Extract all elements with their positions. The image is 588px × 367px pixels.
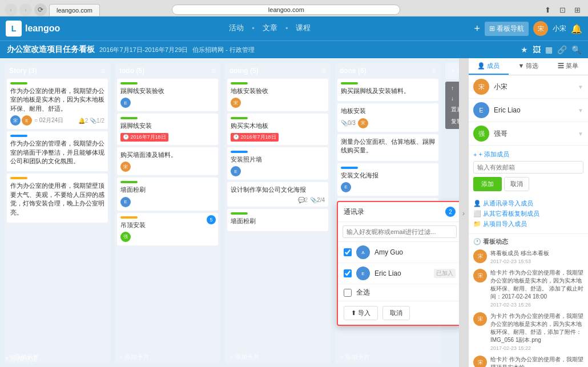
table-row[interactable]: 购买实木地板 🕐 2016年7月18日 bbox=[227, 114, 328, 144]
table-row[interactable]: 设计制作享知公司文化海报 💬2 📎2/4 bbox=[227, 182, 328, 206]
nav-activity[interactable]: 活动 bbox=[223, 21, 249, 37]
add-card-todo[interactable]: + 添加卡片 bbox=[115, 350, 220, 364]
table-row[interactable]: 测量办公室面积、估算地板、踢脚线购买量。 bbox=[337, 134, 438, 161]
member-item-xiaosong[interactable]: 宋 小宋 ▼ bbox=[469, 75, 588, 99]
table-row[interactable]: 安装照片墙 E bbox=[227, 147, 328, 180]
new-tab-btn[interactable]: ⊡ bbox=[557, 4, 569, 15]
add-member-input[interactable] bbox=[473, 161, 583, 174]
table-row[interactable]: 作为办公室的使用者，我期望办公室的地板是实木的，因为实木地板环保、耐用、舒适。 … bbox=[7, 79, 108, 129]
activity-item-1: 宋 将看板成员 移出本看板 2017-02-23 15:53 bbox=[473, 249, 583, 264]
plus-button[interactable]: + bbox=[474, 23, 480, 35]
board-area: Story (3) ≡ 作为办公室的使用者，我期望办公室的地板是实木的，因为实木… bbox=[0, 58, 459, 367]
add-swimlane-label[interactable]: + 添加泳道 bbox=[5, 354, 38, 362]
member-name-xiaosong: 小宋 bbox=[494, 82, 573, 92]
activity-text-4: 给卡片 作为办公室的使用者，我期望壁顶是实木的。 bbox=[490, 356, 583, 367]
column-done-menu[interactable]: ≡ bbox=[432, 66, 436, 75]
avatar: 宋 bbox=[358, 118, 368, 128]
popup-search-input[interactable] bbox=[343, 225, 457, 238]
tab-menu[interactable]: ☰ 菜单 bbox=[548, 58, 588, 75]
sidebar-toggle[interactable]: › bbox=[459, 58, 468, 367]
table-row[interactable]: 踢脚线安装验收 E bbox=[117, 79, 218, 111]
member-avatar-xiaosong: 宋 bbox=[473, 79, 489, 95]
table-row[interactable]: 墙面粉刷 E bbox=[117, 178, 218, 210]
table-icon[interactable]: ▦ bbox=[545, 45, 553, 54]
add-swimlane[interactable]: + 添加泳道 bbox=[5, 354, 38, 364]
forward-btn[interactable]: › bbox=[19, 3, 32, 16]
add-card-doing[interactable]: + 添加卡片 bbox=[225, 350, 331, 364]
back-btn[interactable]: ‹ bbox=[5, 3, 17, 16]
import-button[interactable]: ⬆ 导入 bbox=[344, 306, 378, 320]
fullscreen-btn[interactable]: ⊞ bbox=[572, 4, 583, 15]
card-footer: 📎0/3 宋 bbox=[341, 118, 435, 128]
sidebar-content: 宋 小宋 ▼ E Eric Liao ▼ 强 强哥 ▼ + + 添加成员 bbox=[469, 75, 588, 367]
user-avatar[interactable]: 宋 bbox=[533, 21, 548, 36]
image-icon[interactable]: 🖼 bbox=[533, 45, 541, 54]
activity-label: 🕐 看板动态 bbox=[473, 237, 583, 246]
table-row[interactable]: 踢脚线安装 🕐 2016年7月18日 bbox=[117, 114, 218, 144]
column-todo-header: todo (5) ≡ bbox=[115, 63, 220, 79]
date-badge: 🕐 2016年7月18日 bbox=[120, 133, 168, 142]
table-row[interactable]: 作为办公室的管理者，我期望办公室的墙面干净整洁，并且能够体现公司和团队的文化氛围… bbox=[7, 131, 108, 171]
action-down[interactable]: ↓ bbox=[448, 94, 459, 103]
table-row[interactable]: 购买墙面漆及辅料。 宋 bbox=[117, 147, 218, 175]
member-item-eric[interactable]: E Eric Liao ▼ bbox=[469, 99, 588, 122]
eric-checkbox[interactable] bbox=[344, 269, 352, 277]
card-text: 购买踢脚线及安装辅料。 bbox=[341, 87, 435, 95]
card-footer: E bbox=[231, 166, 325, 176]
logo-area[interactable]: L leangoo bbox=[6, 21, 60, 37]
column-story-menu[interactable]: ≡ bbox=[101, 66, 106, 75]
card-tag bbox=[231, 117, 248, 119]
card-footer: 宋 bbox=[120, 162, 215, 172]
nav-article[interactable]: 文章 bbox=[257, 21, 283, 37]
import-from-board[interactable]: ⬜ 从其它看板复制成员 bbox=[473, 209, 583, 218]
card-text: 作为办公室的使用者，我期望办公室的地板是实木的，因为实木地板环保、耐用、舒适。 bbox=[10, 87, 104, 113]
cancel-button[interactable]: 取消 bbox=[504, 177, 529, 191]
add-list-button[interactable]: + 添加列表 bbox=[445, 63, 459, 79]
amy-checkbox[interactable] bbox=[344, 248, 352, 256]
address-bar[interactable]: leangoo.com bbox=[172, 5, 400, 15]
action-up[interactable]: ↑ bbox=[448, 84, 459, 92]
browser-tab[interactable]: leangoo.com bbox=[49, 4, 100, 16]
card-footer: E bbox=[120, 197, 215, 207]
list-item: A Amy Guo bbox=[338, 242, 459, 263]
table-row[interactable]: 地板安装验收 宋 bbox=[227, 79, 328, 111]
table-row[interactable]: 作为办公室的使用者，我期望壁顶要大气、美观，不要给人压抑的感觉，灯饰安装合理，晚… bbox=[7, 174, 108, 223]
popup-title-text: 通讯录 bbox=[344, 207, 364, 217]
popup-cancel-button[interactable]: 取消 bbox=[382, 306, 410, 320]
dashboard-nav-btn[interactable]: ⊞ 看板导航 bbox=[485, 22, 529, 36]
bell-icon[interactable]: 🔔 bbox=[571, 23, 582, 34]
action-copy[interactable]: 复制 bbox=[448, 116, 459, 127]
search-icon[interactable]: 🔍 bbox=[571, 45, 581, 54]
star-icon[interactable]: ★ bbox=[521, 45, 528, 54]
table-row[interactable]: 安装文化海报 E bbox=[337, 163, 438, 196]
table-row[interactable]: 吊顶安装 5 强 bbox=[117, 213, 218, 245]
table-row[interactable]: 购买踢脚线及安装辅料。 bbox=[337, 79, 438, 101]
project-icon: 📁 bbox=[473, 220, 481, 228]
column-todo-menu[interactable]: ≡ bbox=[211, 66, 216, 75]
board-scroll: Story (3) ≡ 作为办公室的使用者，我期望办公室的地板是实木的，因为实木… bbox=[5, 63, 459, 364]
activity-content-3: 为卡片 作为办公室的使用者，我期望办公室的地板是实木的，因为实木地板环保、耐用、… bbox=[490, 312, 583, 351]
table-row[interactable]: 墙面粉刷 bbox=[227, 209, 328, 231]
action-reset[interactable]: 置底 bbox=[448, 104, 459, 115]
tab-members[interactable]: 👤 成员 bbox=[469, 58, 509, 75]
count-badge: 📎2/4 bbox=[310, 197, 325, 203]
select-all-checkbox[interactable] bbox=[344, 289, 352, 297]
username: 小宋 bbox=[553, 24, 566, 34]
member-item-qiangge[interactable]: 强 强哥 ▼ bbox=[469, 122, 588, 146]
import-contacts-label: 从通讯录导入成员 bbox=[483, 199, 533, 208]
table-row[interactable]: 地板安装 📎0/3 宋 bbox=[337, 103, 438, 131]
tab-filter[interactable]: ▼ 筛选 bbox=[509, 58, 549, 75]
column-doing-menu[interactable]: ≡ bbox=[321, 66, 326, 75]
add-member-label[interactable]: + + 添加成员 bbox=[473, 150, 583, 159]
import-from-contacts[interactable]: 👤 从通讯录导入成员 bbox=[473, 199, 583, 208]
board-icons: ★ 🖼 ▦ 🔗 🔍 bbox=[521, 45, 581, 54]
link-icon[interactable]: 🔗 bbox=[557, 45, 567, 54]
add-card-done[interactable]: + 添加卡片 bbox=[335, 350, 441, 364]
import-from-project[interactable]: 📁 从项目导入成员 bbox=[473, 220, 583, 228]
nav-course[interactable]: 课程 bbox=[290, 21, 316, 37]
refresh-btn[interactable]: ⟳ bbox=[34, 3, 47, 16]
activity-time-1: 2017-02-23 15:53 bbox=[490, 259, 549, 264]
add-button[interactable]: 添加 bbox=[473, 177, 502, 191]
share-btn[interactable]: ⬆ bbox=[542, 4, 554, 15]
column-doing: doing (5) ≡ 地板安装验收 宋 购买实木地板 bbox=[225, 63, 331, 364]
